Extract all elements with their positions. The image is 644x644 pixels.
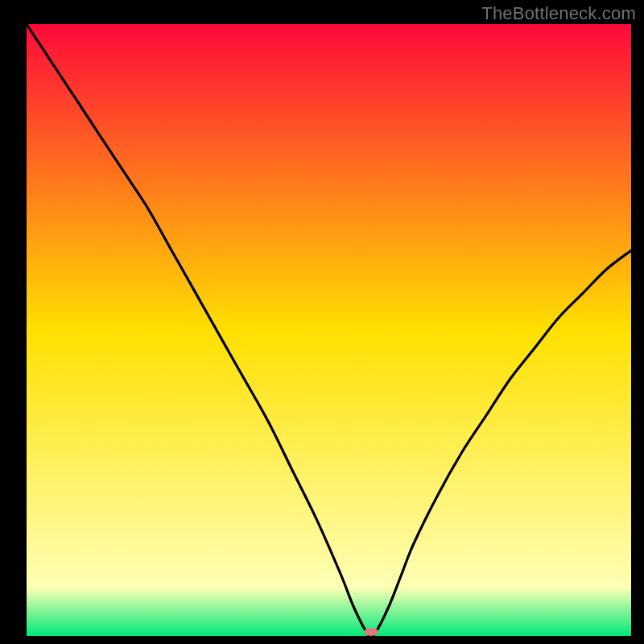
bottleneck-plot	[27, 24, 631, 636]
plot-svg	[27, 24, 631, 636]
notch-marker	[364, 628, 378, 636]
watermark-label: TheBottleneck.com	[481, 3, 636, 24]
chart-container: TheBottleneck.com	[0, 0, 644, 644]
